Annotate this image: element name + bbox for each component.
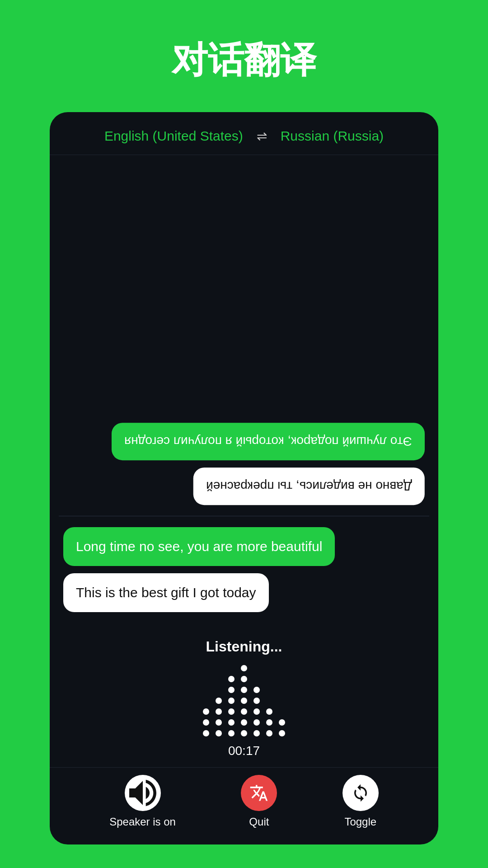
speaker-btn-circle[interactable]: [125, 775, 161, 811]
listening-section: Listening...: [50, 634, 438, 767]
app-title: 对话翻译: [172, 36, 316, 85]
dot: [203, 730, 209, 736]
dot: [241, 698, 247, 704]
conv-lower: Long time no see, you are more beautiful…: [50, 516, 438, 634]
dot: [228, 730, 235, 736]
quit-label: Quit: [249, 816, 269, 828]
dot: [241, 719, 247, 726]
toggle-btn-circle[interactable]: [343, 775, 379, 811]
dot: [241, 665, 247, 671]
dot: [216, 708, 222, 715]
quit-btn-circle[interactable]: [241, 775, 277, 811]
wave-col-7: [279, 719, 285, 736]
dot: [279, 719, 285, 726]
dot: [241, 730, 247, 736]
wave-col-2: [216, 698, 222, 736]
dot: [228, 676, 235, 682]
dot: [228, 698, 235, 704]
lang-left[interactable]: English (United States): [104, 128, 243, 144]
flipped-msg-white: Давно не виделись, ты прекрасней: [193, 467, 425, 505]
wave-col-3: [228, 676, 235, 736]
bottom-controls: Speaker is on Quit Toggle: [50, 767, 438, 844]
dot: [253, 687, 260, 693]
dot: [253, 730, 260, 736]
wave-col-6: [266, 708, 272, 736]
msg-green: Long time no see, you are more beautiful: [63, 527, 335, 566]
dot: [241, 708, 247, 715]
language-header: English (United States) ⇌ Russian (Russi…: [50, 112, 438, 155]
dot: [253, 708, 260, 715]
dot: [216, 698, 222, 704]
toggle-label: Toggle: [344, 816, 376, 828]
main-card: English (United States) ⇌ Russian (Russi…: [50, 112, 438, 844]
dot: [266, 730, 272, 736]
dot: [216, 730, 222, 736]
conv-upper: Это лучший подарок, который я получил се…: [50, 155, 438, 516]
dot: [266, 708, 272, 715]
dot: [241, 676, 247, 682]
dot: [228, 708, 235, 715]
swap-icon[interactable]: ⇌: [257, 129, 267, 144]
wave-col-1: [203, 708, 209, 736]
dot: [203, 708, 209, 715]
flipped-msg-green: Это лучший подарок, который я получил се…: [112, 423, 425, 460]
dot: [216, 719, 222, 726]
toggle-icon: [351, 783, 370, 802]
translate-icon: [249, 783, 268, 802]
waveform: [203, 664, 285, 736]
dot: [253, 719, 260, 726]
lang-right[interactable]: Russian (Russia): [281, 128, 384, 144]
dot: [266, 719, 272, 726]
quit-button[interactable]: Quit: [241, 775, 277, 828]
toggle-button[interactable]: Toggle: [343, 775, 379, 828]
dot: [228, 687, 235, 693]
timer: 00:17: [228, 744, 260, 758]
dot: [253, 698, 260, 704]
speaker-icon: [125, 775, 161, 811]
dot: [228, 719, 235, 726]
wave-col-5: [253, 687, 260, 736]
speaker-label: Speaker is on: [109, 816, 176, 828]
dot: [279, 730, 285, 736]
dot: [203, 719, 209, 726]
speaker-button[interactable]: Speaker is on: [109, 775, 176, 828]
msg-white: This is the best gift I got today: [63, 573, 269, 612]
listening-label: Listening...: [206, 638, 282, 655]
wave-col-4: [241, 665, 247, 736]
dot: [241, 687, 247, 693]
